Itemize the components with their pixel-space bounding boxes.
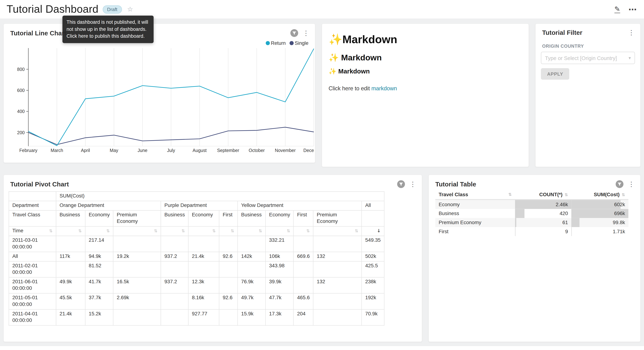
card-header-icons: ⋮ xyxy=(628,30,634,36)
cell-travel-class: Premium Economy xyxy=(436,218,515,227)
svg-text:December: December xyxy=(303,148,314,153)
value-bar xyxy=(515,209,525,218)
pivot-cell: 132 xyxy=(313,252,362,261)
funnel-icon xyxy=(399,182,403,186)
pivot-cell: 21.4k xyxy=(188,252,219,261)
column-label: Travel Class xyxy=(439,192,468,198)
pivot-column-header: Economy xyxy=(188,210,219,226)
pivot-cell: 332.21 xyxy=(266,236,294,252)
markdown-h2: ✨ Markdown xyxy=(328,52,522,62)
sort-icon[interactable]: ⇅ xyxy=(154,228,158,234)
sort-icon[interactable]: ⇅ xyxy=(106,228,110,234)
sort-icon[interactable]: ⇅ xyxy=(355,228,358,234)
edit-pencil-icon[interactable]: ✎ xyxy=(614,6,620,13)
sort-icon[interactable]: ⇅ xyxy=(287,228,290,234)
sort-descending-icon[interactable]: ↓ xyxy=(377,228,381,234)
svg-text:200: 200 xyxy=(17,130,25,135)
kebab-menu-icon[interactable]: ⋮ xyxy=(410,181,416,187)
draft-badge[interactable]: Draft xyxy=(102,5,122,13)
pivot-cell: 15.2k xyxy=(85,309,114,325)
origin-country-select[interactable]: Type or Select [Origin Country] ▾ xyxy=(541,52,635,64)
dashboard-title: Tutorial Dashboard xyxy=(6,3,98,16)
kebab-menu-icon[interactable]: ⋮ xyxy=(628,30,634,36)
sort-icon[interactable]: ⇅ xyxy=(622,192,625,197)
sort-icon[interactable]: ⇅ xyxy=(259,228,262,234)
dashboard: Tutorial Dashboard Draft ☆ ✎ ⋯ This dash… xyxy=(0,0,644,350)
legend-item-single[interactable]: Single xyxy=(289,40,308,46)
cell-sum: 696k xyxy=(571,209,628,218)
markdown-edit-link[interactable]: markdown xyxy=(371,86,397,92)
sort-icon[interactable]: ⇅ xyxy=(231,228,234,234)
cell-count: 61 xyxy=(515,218,571,227)
markdown-h3: ✨ Markdown xyxy=(328,68,522,75)
svg-text:August: August xyxy=(193,148,207,153)
pivot-cell: 343.98 xyxy=(266,261,294,277)
pivot-cell xyxy=(238,261,266,277)
pivot-cell xyxy=(188,261,219,277)
column-label: COUNT(*) xyxy=(539,192,562,198)
pivot-sort-cell: ⇅ xyxy=(85,226,114,236)
pivot-cell: 16.5k xyxy=(113,277,161,293)
pivot-cell: 37.7k xyxy=(85,293,114,309)
cell-value: 1.71k xyxy=(613,229,625,234)
pivot-row-label: 2011-05-01 00:00:00 xyxy=(9,293,56,309)
svg-text:July: July xyxy=(167,148,175,153)
kebab-menu-icon[interactable]: ⋮ xyxy=(628,181,634,187)
pivot-row-label: 2011-04-01 00:00:00 xyxy=(9,309,56,325)
pivot-column-header xyxy=(362,210,384,226)
pivot-row: All117k94.9k19.2k937.221.4k92.6142k106k6… xyxy=(9,252,384,261)
sort-icon[interactable]: ⇅ xyxy=(508,192,512,197)
pivot-cell: 927.77 xyxy=(188,309,219,325)
card-header: Tutorial Line Chart ⋮ xyxy=(4,24,315,37)
pivot-axis-row-label: Time⇅ xyxy=(9,226,56,236)
pivot-sort-cell: ⇅ xyxy=(266,226,294,236)
apply-button[interactable]: APPLY xyxy=(541,68,570,80)
pivot-row-label: All xyxy=(9,252,56,261)
pivot-cell: 192k xyxy=(362,293,384,309)
line-chart-svg[interactable]: 200400600800FebruaryMarchAprilMayJuneJul… xyxy=(4,46,314,156)
markdown-card: ✨Markdown ✨ Markdown ✨ Markdown Click he… xyxy=(322,24,529,167)
table-header-travel-class[interactable]: Travel Class⇅ xyxy=(436,190,515,200)
ellipsis-menu-icon[interactable]: ⋯ xyxy=(628,4,636,14)
line-chart-legend: ReturnSingle xyxy=(266,40,308,46)
legend-label: Single xyxy=(295,40,308,46)
pivot-cell: 117k xyxy=(56,252,85,261)
sort-icon[interactable]: ⇅ xyxy=(306,228,310,234)
table-row: Business420696k xyxy=(436,209,628,218)
svg-text:June: June xyxy=(138,148,148,153)
pivot-cell: 238k xyxy=(362,277,384,293)
table-row: Economy2.46k602k xyxy=(436,200,628,209)
pivot-cell: 12.3k xyxy=(188,277,219,293)
table-row: First91.71k xyxy=(436,227,628,236)
pivot-row: 2011-06-01 00:00:0049.9k41.7k16.5k937.21… xyxy=(9,277,384,293)
kebab-menu-icon[interactable]: ⋮ xyxy=(303,30,309,36)
favorite-star-icon[interactable]: ☆ xyxy=(127,5,133,13)
applied-filter-icon[interactable] xyxy=(290,29,298,37)
markdown-body: ✨Markdown ✨ Markdown ✨ Markdown Click he… xyxy=(322,33,528,92)
svg-text:May: May xyxy=(110,148,118,153)
pivot-cell: 549.35 xyxy=(362,236,384,252)
table-row: Premium Economy6199.8k xyxy=(436,218,628,227)
pivot-cell: 41.7k xyxy=(85,277,114,293)
svg-text:400: 400 xyxy=(17,109,25,114)
cell-value: 99.8k xyxy=(613,220,625,226)
pivot-cell: 47.7k xyxy=(266,293,294,309)
table-header-sum-cost[interactable]: SUM(Cost)⇅ xyxy=(571,190,628,200)
sort-icon[interactable]: ⇅ xyxy=(564,192,568,197)
markdown-h1: ✨Markdown xyxy=(328,33,522,46)
legend-item-return[interactable]: Return xyxy=(266,40,286,46)
applied-filter-icon[interactable] xyxy=(397,180,405,188)
sort-icon[interactable]: ⇅ xyxy=(212,228,216,234)
pivot-cell xyxy=(219,261,238,277)
line-chart-title: Tutorial Line Chart xyxy=(10,30,66,37)
table-header-count[interactable]: COUNT(*)⇅ xyxy=(515,190,571,200)
cell-value: 696k xyxy=(614,210,625,216)
pivot-sort-cell: ↓ xyxy=(362,226,384,236)
applied-filter-icon[interactable] xyxy=(616,180,624,188)
pivot-row-label: 2011-02-01 00:00:00 xyxy=(9,261,56,277)
sort-icon[interactable]: ⇅ xyxy=(78,228,82,234)
sort-icon[interactable]: ⇅ xyxy=(49,228,52,234)
sort-icon[interactable]: ⇅ xyxy=(182,228,185,234)
pivot-table: SUM(Cost)DepartmentOrange DepartmentPurp… xyxy=(9,191,384,326)
pivot-cell: 204 xyxy=(294,309,313,325)
